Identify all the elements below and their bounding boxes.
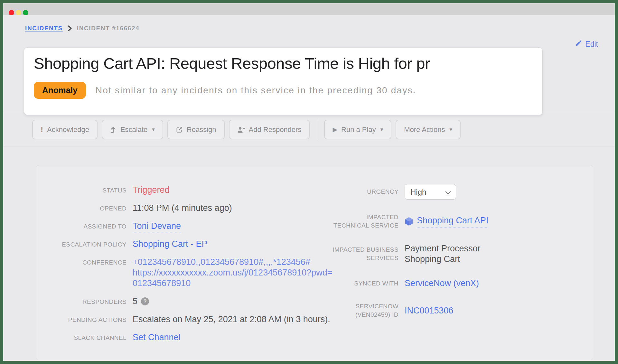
synced-with-row: Synced With ServiceNow (venX) <box>329 278 488 289</box>
caret-down-icon: ▾ <box>380 126 383 133</box>
escalation-policy-row: Escalation Policy Shopping Cart - EP <box>46 239 332 249</box>
caret-down-icon: ▾ <box>152 126 155 133</box>
window-titlebar <box>3 3 615 15</box>
actions-divider <box>317 120 317 139</box>
synced-with-link[interactable]: ServiceNow (venX) <box>405 278 479 288</box>
pending-actions-label: Pending Actions <box>46 314 126 324</box>
impacted-business-services-row: Impacted Business Services Payment Proce… <box>329 243 488 265</box>
pending-actions-value: Escalates on May 25, 2021 at 2:08 AM (in… <box>126 314 332 325</box>
conference-links: +012345678910,,012345678910#,,,,*123456#… <box>126 257 332 289</box>
synced-with-label: Synced With <box>329 279 398 288</box>
urgency-value: High <box>410 187 426 197</box>
cube-icon <box>405 217 413 226</box>
conference-url-link[interactable]: https://xxxxxxxxxxx.zoom.us/j/0123456789… <box>133 267 332 289</box>
escalate-button[interactable]: Escalate ▾ <box>102 120 163 139</box>
browser-window: INCIDENTS INCIDENT #166624 Shopping Cart… <box>3 3 615 361</box>
slack-channel-row: Slack Channel Set Channel <box>46 332 332 343</box>
assigned-to-link[interactable]: Toni Devane <box>133 221 181 232</box>
details-right-column: Urgency High Impacted Technical Service <box>329 184 488 332</box>
escalate-arrow-icon <box>110 126 117 133</box>
impacted-technical-service-row: Impacted Technical Service Shopping Cart… <box>329 213 488 230</box>
pencil-icon <box>575 40 582 49</box>
impacted-business-services-values: Payment Processor Shopping Cart <box>398 243 481 265</box>
edit-title-button[interactable]: Edit <box>575 40 598 49</box>
play-icon: ▶ <box>332 126 337 133</box>
incident-actions: ! Acknowledge Escalate ▾ Reassign <box>32 120 461 139</box>
chevron-right-icon <box>67 25 72 32</box>
status-label: Status <box>46 185 126 195</box>
incident-title-card: Shopping Cart API: Request Response Time… <box>24 48 542 115</box>
opened-label: Opened <box>46 203 126 213</box>
servicenow-id-row: SERVICENOW (VEN02459) ID INC0015306 <box>329 302 488 319</box>
breadcrumb-incidents-link[interactable]: INCIDENTS <box>25 25 63 32</box>
responders-count: 5 <box>133 296 137 307</box>
person-plus-icon <box>237 126 245 133</box>
assigned-to-row: Assigned To Toni Devane <box>46 221 332 231</box>
incident-details-panel: Status Triggered Opened 11:08 PM (4 minu… <box>36 165 593 360</box>
escalate-label: Escalate <box>120 126 147 134</box>
assigned-to-label: Assigned To <box>46 221 126 231</box>
conference-row: Conference +012345678910,,012345678910#,… <box>46 257 332 289</box>
slack-channel-label: Slack Channel <box>46 332 126 342</box>
impacted-technical-service-label: Impacted Technical Service <box>329 213 398 230</box>
minimize-window-button[interactable] <box>16 10 21 15</box>
reassign-icon <box>176 126 183 133</box>
opened-row: Opened 11:08 PM (4 minutes ago) <box>46 203 332 213</box>
servicenow-id-label: SERVICENOW (VEN02459) ID <box>329 302 398 319</box>
add-responders-label: Add Responders <box>249 126 302 134</box>
urgency-select[interactable]: High <box>405 184 456 200</box>
more-actions-label: More Actions <box>404 126 445 134</box>
conference-label: Conference <box>46 257 126 267</box>
conference-phone-link[interactable]: +012345678910,,012345678910#,,,,*123456# <box>133 257 332 267</box>
set-channel-link[interactable]: Set Channel <box>133 332 181 342</box>
escalation-policy-link[interactable]: Shopping Cart - EP <box>133 239 208 249</box>
opened-value: 11:08 PM (4 minutes ago) <box>126 203 332 213</box>
pending-actions-row: Pending Actions Escalates on May 25, 202… <box>46 314 332 325</box>
reassign-label: Reassign <box>187 126 216 134</box>
acknowledge-button[interactable]: ! Acknowledge <box>32 120 98 139</box>
run-a-play-label: Run a Play <box>341 126 376 134</box>
zoom-window-button[interactable] <box>23 10 28 15</box>
anomaly-badge: Anomaly <box>34 82 86 99</box>
responders-row: Responders 5 ? <box>46 296 332 307</box>
breadcrumb: INCIDENTS INCIDENT #166624 <box>25 25 139 32</box>
status-row: Status Triggered <box>46 185 332 195</box>
breadcrumb-current: INCIDENT #166624 <box>77 25 140 32</box>
urgency-row: Urgency High <box>329 184 488 200</box>
responders-label: Responders <box>46 296 126 306</box>
status-value: Triggered <box>126 185 332 195</box>
more-actions-button[interactable]: More Actions ▾ <box>396 120 461 139</box>
details-left-column: Status Triggered Opened 11:08 PM (4 minu… <box>46 185 332 350</box>
run-a-play-button[interactable]: ▶ Run a Play ▾ <box>324 120 391 139</box>
escalation-policy-label: Escalation Policy <box>46 239 126 249</box>
urgency-label: Urgency <box>329 188 398 196</box>
help-icon[interactable]: ? <box>141 297 149 305</box>
page-content: INCIDENTS INCIDENT #166624 Shopping Cart… <box>3 15 615 361</box>
business-service-item: Shopping Cart <box>405 254 481 265</box>
reassign-button[interactable]: Reassign <box>167 120 225 139</box>
impacted-technical-service-link[interactable]: Shopping Cart API <box>417 215 488 228</box>
acknowledge-label: Acknowledge <box>47 126 89 134</box>
close-window-button[interactable] <box>9 10 14 15</box>
add-responders-button[interactable]: Add Responders <box>229 120 310 139</box>
caret-down-icon: ▾ <box>449 126 452 133</box>
servicenow-id-link[interactable]: INC0015306 <box>405 306 454 315</box>
business-service-item: Payment Processor <box>405 243 481 254</box>
chevron-down-icon <box>445 187 451 197</box>
exclamation-icon: ! <box>41 125 43 134</box>
incident-title: Shopping Cart API: Request Response Time… <box>34 53 542 74</box>
impacted-business-services-label: Impacted Business Services <box>329 246 398 262</box>
edit-label: Edit <box>585 40 598 49</box>
anomaly-description: Not similar to any incidents on this ser… <box>96 85 416 96</box>
